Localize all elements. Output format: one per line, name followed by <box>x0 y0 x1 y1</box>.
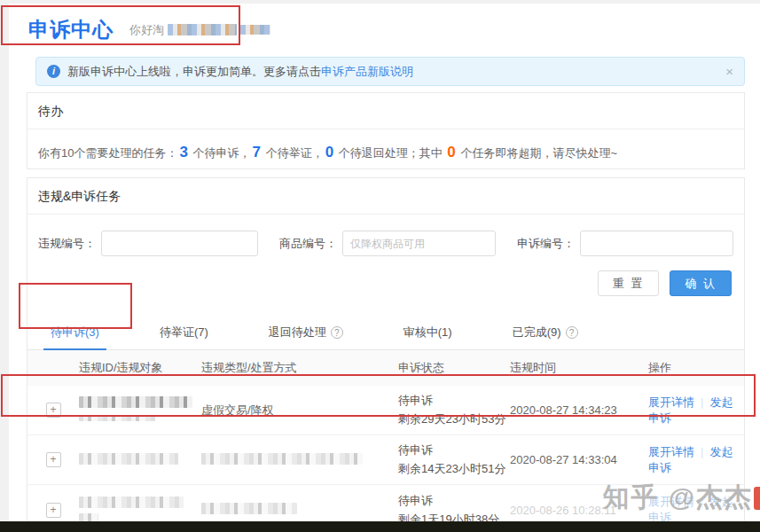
tab-pending-appeal[interactable]: 待申诉(3) <box>43 314 106 349</box>
notice-close-icon[interactable]: × <box>725 64 733 79</box>
table-row: + 待申诉 剩余14天23小时51分 2020-08-27 14:33:04 展… <box>27 435 744 485</box>
todo-card: 待办 你有10个需要处理的任务：3 个待申诉，7 个待举证，0 个待退回处理；其… <box>27 92 745 169</box>
greeting-prefix: 你好淘 <box>129 22 164 38</box>
help-icon[interactable]: ? <box>566 326 578 339</box>
tab-completed[interactable]: 已完成(9)? <box>505 314 585 349</box>
tab-returned[interactable]: 退回待处理? <box>262 314 350 349</box>
violation-id-label: 违规编号： <box>38 236 96 252</box>
tab-pending-evidence[interactable]: 待举证(7) <box>153 314 215 349</box>
expand-detail-link[interactable]: 展开详情 <box>648 395 694 409</box>
violation-time: 2020-08-27 14:34:23 <box>510 403 648 417</box>
col-appeal-status: 申诉状态 <box>398 360 510 376</box>
appeal-status: 待申诉 剩余14天23小时51分 <box>398 442 510 477</box>
expand-row-button[interactable]: + <box>46 403 61 418</box>
notice-link[interactable]: 申诉产品新版说明 <box>321 64 413 80</box>
todo-seg1: 你有10个需要处理的任务： <box>38 146 177 160</box>
censored-violation-type <box>201 453 398 467</box>
row-actions: 展开详情|发起申诉 <box>648 395 744 426</box>
filter-buttons: 重 置 确 认 <box>27 256 744 309</box>
expand-row-button[interactable]: + <box>46 503 61 518</box>
confirm-button[interactable]: 确 认 <box>670 270 732 296</box>
col-actions: 操作 <box>648 360 744 376</box>
bottom-black-bar <box>0 521 760 532</box>
censored-shop-name <box>168 24 237 35</box>
count-overdue: 0 <box>445 144 457 160</box>
violation-appeal-card: 违规&申诉任务 违规编号： 商品编号： 申诉编号： 重 置 确 认 待申诉(3)… <box>27 177 745 521</box>
count-pending-appeal: 3 <box>177 144 189 160</box>
todo-title: 待办 <box>27 93 744 129</box>
appeal-status: 待申诉 剩余29天23小时53分 <box>398 393 510 427</box>
expand-detail-link[interactable]: 展开详情 <box>648 445 694 458</box>
filter-section-title: 违规&申诉任务 <box>27 178 744 215</box>
col-violation-time: 违规时间 <box>510 360 648 376</box>
censored-violation-id <box>79 453 201 467</box>
appeal-id-input[interactable] <box>580 231 733 256</box>
appeal-center-page: 申诉中心 你好淘 i 新版申诉中心上线啦，申诉更加简单。更多请点击申诉产品新版说… <box>9 4 760 521</box>
zhihu-watermark: 知乎 @杰杰 <box>602 480 753 516</box>
censored-violation-id <box>79 396 201 424</box>
count-pending-return: 0 <box>324 144 335 160</box>
count-pending-evidence: 7 <box>251 144 262 160</box>
appeal-id-label: 申诉编号： <box>517 236 575 252</box>
todo-seg2: 个待申诉， <box>190 146 251 160</box>
col-violation-id: 违规ID/违规对象 <box>79 360 201 376</box>
todo-seg3: 个待举证， <box>262 146 324 160</box>
item-id-label: 商品编号： <box>279 236 337 252</box>
todo-summary: 你有10个需要处理的任务：3 个待申诉，7 个待举证，0 个待退回处理；其中 0… <box>27 129 744 176</box>
violation-time: 2020-08-27 14:33:04 <box>510 453 648 466</box>
help-icon[interactable]: ? <box>331 326 343 339</box>
notice-text: 新版申诉中心上线啦，申诉更加简单。更多请点击 <box>67 64 321 80</box>
new-version-notice: i 新版申诉中心上线啦，申诉更加简单。更多请点击申诉产品新版说明 × <box>35 57 745 86</box>
todo-seg5: 个任务即将超期，请尽快处理~ <box>458 146 617 160</box>
violation-type: 虚假交易/降权 <box>201 403 398 419</box>
col-violation-type: 违规类型/处置方式 <box>201 360 398 376</box>
info-icon: i <box>47 65 60 78</box>
watermark-red-fragment <box>754 487 760 510</box>
censored-violation-id <box>79 497 201 524</box>
censored-shop-name-2 <box>240 25 270 35</box>
todo-seg4: 个待退回处理；其中 <box>335 146 445 160</box>
violation-id-input[interactable] <box>101 231 258 256</box>
status-tabs: 待申诉(3) 待举证(7) 退回待处理? 审核中(1) 已完成(9)? <box>27 314 744 350</box>
row-actions: 展开详情|发起申诉 <box>648 444 744 476</box>
censored-violation-type <box>201 503 398 517</box>
page-title: 申诉中心 <box>28 16 114 43</box>
item-id-input[interactable] <box>342 231 496 256</box>
greeting: 你好淘 <box>129 22 270 38</box>
filter-form: 违规编号： 商品编号： 申诉编号： <box>27 215 744 256</box>
page-header: 申诉中心 你好淘 <box>9 4 760 52</box>
expand-row-button[interactable]: + <box>46 452 61 467</box>
reset-button[interactable]: 重 置 <box>598 270 660 296</box>
tab-in-review[interactable]: 审核中(1) <box>396 314 459 349</box>
table-row: + 虚假交易/降权 待申诉 剩余29天23小时53分 2020-08-27 14… <box>27 386 744 435</box>
table-header-row: 违规ID/违规对象 违规类型/处置方式 申诉状态 违规时间 操作 <box>27 350 744 386</box>
